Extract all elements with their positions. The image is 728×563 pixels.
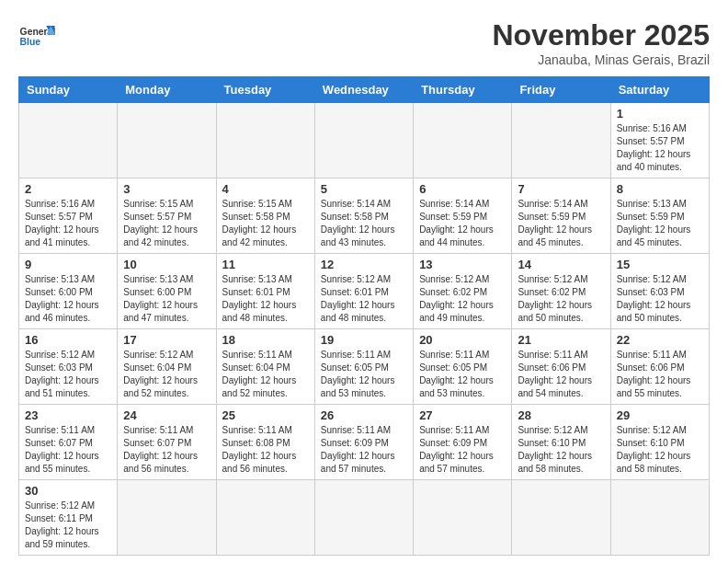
calendar-day-cell: 18Sunrise: 5:11 AMSunset: 6:04 PMDayligh… [216, 329, 314, 405]
day-of-week-header: Monday [118, 77, 216, 103]
calendar-week-row: 9Sunrise: 5:13 AMSunset: 6:00 PMDaylight… [19, 254, 710, 329]
day-sun-info: Sunrise: 5:12 AMSunset: 6:03 PMDaylight:… [617, 273, 703, 325]
calendar-day-cell: 30Sunrise: 5:12 AMSunset: 6:11 PMDayligh… [19, 480, 118, 556]
day-of-week-header: Saturday [610, 77, 709, 103]
calendar-day-cell: 10Sunrise: 5:13 AMSunset: 6:00 PMDayligh… [118, 254, 216, 329]
calendar-day-cell: 22Sunrise: 5:11 AMSunset: 6:06 PMDayligh… [610, 329, 709, 405]
page-header: General Blue November 2025 Janauba, Mina… [18, 18, 710, 67]
title-block: November 2025 Janauba, Minas Gerais, Bra… [492, 18, 710, 67]
day-sun-info: Sunrise: 5:11 AMSunset: 6:05 PMDaylight:… [419, 349, 506, 400]
day-sun-info: Sunrise: 5:11 AMSunset: 6:09 PMDaylight:… [321, 424, 407, 476]
day-number: 30 [25, 484, 111, 498]
day-sun-info: Sunrise: 5:11 AMSunset: 6:04 PMDaylight:… [222, 349, 309, 400]
calendar-day-cell: 25Sunrise: 5:11 AMSunset: 6:08 PMDayligh… [216, 405, 314, 480]
day-sun-info: Sunrise: 5:15 AMSunset: 5:58 PMDaylight:… [222, 198, 309, 249]
day-of-week-header: Wednesday [314, 77, 413, 103]
day-of-week-header: Friday [512, 77, 610, 103]
day-number: 11 [222, 258, 309, 271]
day-of-week-header: Tuesday [216, 77, 314, 103]
calendar-day-cell: 27Sunrise: 5:11 AMSunset: 6:09 PMDayligh… [414, 405, 512, 480]
calendar-day-cell: 17Sunrise: 5:12 AMSunset: 6:04 PMDayligh… [118, 329, 216, 405]
calendar-day-cell [314, 103, 413, 178]
calendar-day-cell: 4Sunrise: 5:15 AMSunset: 5:58 PMDaylight… [216, 178, 314, 254]
day-sun-info: Sunrise: 5:11 AMSunset: 6:06 PMDaylight:… [518, 349, 604, 400]
day-sun-info: Sunrise: 5:11 AMSunset: 6:07 PMDaylight:… [25, 424, 111, 476]
day-sun-info: Sunrise: 5:12 AMSunset: 6:11 PMDaylight:… [25, 500, 111, 551]
day-sun-info: Sunrise: 5:12 AMSunset: 6:03 PMDaylight:… [25, 349, 111, 400]
day-number: 12 [321, 258, 407, 271]
day-number: 29 [617, 408, 703, 422]
day-number: 19 [321, 333, 407, 347]
calendar-day-cell: 12Sunrise: 5:12 AMSunset: 6:01 PMDayligh… [314, 254, 413, 329]
calendar-day-cell [414, 480, 512, 556]
calendar-week-row: 1Sunrise: 5:16 AMSunset: 5:57 PMDaylight… [19, 103, 710, 178]
day-number: 18 [222, 333, 309, 347]
day-number: 26 [321, 408, 407, 422]
day-sun-info: Sunrise: 5:12 AMSunset: 6:01 PMDaylight:… [321, 273, 407, 325]
day-number: 17 [123, 333, 210, 347]
calendar-day-cell [512, 480, 610, 556]
svg-text:Blue: Blue [20, 37, 41, 47]
day-sun-info: Sunrise: 5:13 AMSunset: 6:00 PMDaylight:… [25, 273, 111, 325]
calendar-day-cell: 14Sunrise: 5:12 AMSunset: 6:02 PMDayligh… [512, 254, 610, 329]
logo-icon: General Blue [18, 18, 55, 55]
day-number: 1 [617, 107, 703, 121]
calendar-week-row: 16Sunrise: 5:12 AMSunset: 6:03 PMDayligh… [19, 329, 710, 405]
calendar-day-cell: 13Sunrise: 5:12 AMSunset: 6:02 PMDayligh… [414, 254, 512, 329]
day-sun-info: Sunrise: 5:13 AMSunset: 5:59 PMDaylight:… [617, 198, 703, 249]
day-number: 14 [518, 258, 604, 271]
calendar-day-cell: 16Sunrise: 5:12 AMSunset: 6:03 PMDayligh… [19, 329, 118, 405]
calendar-day-cell [19, 103, 118, 178]
location: Janauba, Minas Gerais, Brazil [492, 52, 710, 67]
day-number: 6 [419, 182, 506, 196]
month-title: November 2025 [492, 18, 710, 52]
calendar-day-cell: 8Sunrise: 5:13 AMSunset: 5:59 PMDaylight… [610, 178, 709, 254]
calendar-day-cell: 23Sunrise: 5:11 AMSunset: 6:07 PMDayligh… [19, 405, 118, 480]
day-sun-info: Sunrise: 5:13 AMSunset: 6:00 PMDaylight:… [123, 273, 210, 325]
day-number: 15 [617, 258, 703, 271]
day-sun-info: Sunrise: 5:16 AMSunset: 5:57 PMDaylight:… [617, 122, 703, 174]
day-sun-info: Sunrise: 5:11 AMSunset: 6:05 PMDaylight:… [321, 349, 407, 400]
calendar-table: SundayMondayTuesdayWednesdayThursdayFrid… [18, 76, 710, 556]
day-sun-info: Sunrise: 5:14 AMSunset: 5:59 PMDaylight:… [518, 198, 604, 249]
calendar-week-row: 23Sunrise: 5:11 AMSunset: 6:07 PMDayligh… [19, 405, 710, 480]
day-sun-info: Sunrise: 5:12 AMSunset: 6:10 PMDaylight:… [518, 424, 604, 476]
calendar-day-cell: 19Sunrise: 5:11 AMSunset: 6:05 PMDayligh… [314, 329, 413, 405]
calendar-day-cell: 3Sunrise: 5:15 AMSunset: 5:57 PMDaylight… [118, 178, 216, 254]
day-of-week-header: Sunday [19, 77, 118, 103]
calendar-day-cell [118, 103, 216, 178]
calendar-day-cell: 11Sunrise: 5:13 AMSunset: 6:01 PMDayligh… [216, 254, 314, 329]
day-number: 22 [617, 333, 703, 347]
calendar-day-cell [216, 480, 314, 556]
day-sun-info: Sunrise: 5:15 AMSunset: 5:57 PMDaylight:… [123, 198, 210, 249]
calendar-week-row: 2Sunrise: 5:16 AMSunset: 5:57 PMDaylight… [19, 178, 710, 254]
day-sun-info: Sunrise: 5:11 AMSunset: 6:07 PMDaylight:… [123, 424, 210, 476]
day-number: 21 [518, 333, 604, 347]
day-number: 7 [518, 182, 604, 196]
day-number: 13 [419, 258, 506, 271]
calendar-day-cell [414, 103, 512, 178]
calendar-day-cell: 21Sunrise: 5:11 AMSunset: 6:06 PMDayligh… [512, 329, 610, 405]
calendar-day-cell: 7Sunrise: 5:14 AMSunset: 5:59 PMDaylight… [512, 178, 610, 254]
calendar-week-row: 30Sunrise: 5:12 AMSunset: 6:11 PMDayligh… [19, 480, 710, 556]
calendar-day-cell: 2Sunrise: 5:16 AMSunset: 5:57 PMDaylight… [19, 178, 118, 254]
day-sun-info: Sunrise: 5:12 AMSunset: 6:02 PMDaylight:… [518, 273, 604, 325]
day-number: 2 [25, 182, 111, 196]
day-of-week-header: Thursday [414, 77, 512, 103]
calendar-day-cell [610, 480, 709, 556]
day-number: 9 [25, 258, 111, 271]
day-sun-info: Sunrise: 5:11 AMSunset: 6:08 PMDaylight:… [222, 424, 309, 476]
day-number: 5 [321, 182, 407, 196]
day-number: 10 [123, 258, 210, 271]
calendar-day-cell: 6Sunrise: 5:14 AMSunset: 5:59 PMDaylight… [414, 178, 512, 254]
calendar-day-cell [118, 480, 216, 556]
calendar-day-cell [314, 480, 413, 556]
calendar-day-cell: 1Sunrise: 5:16 AMSunset: 5:57 PMDaylight… [610, 103, 709, 178]
day-number: 27 [419, 408, 506, 422]
day-number: 3 [123, 182, 210, 196]
calendar-day-cell: 28Sunrise: 5:12 AMSunset: 6:10 PMDayligh… [512, 405, 610, 480]
calendar-day-cell [216, 103, 314, 178]
calendar-day-cell [512, 103, 610, 178]
calendar-day-cell: 5Sunrise: 5:14 AMSunset: 5:58 PMDaylight… [314, 178, 413, 254]
day-sun-info: Sunrise: 5:11 AMSunset: 6:06 PMDaylight:… [617, 349, 703, 400]
